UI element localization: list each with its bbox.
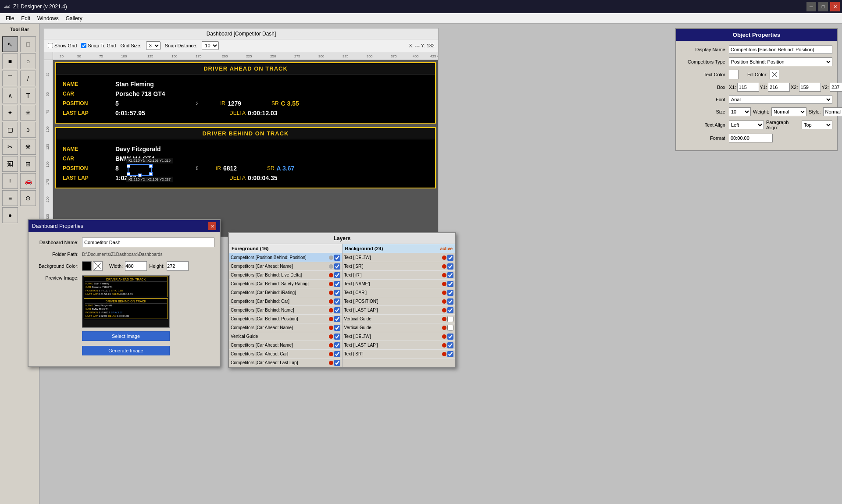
tool-image-single[interactable]: 🖼 [2,156,18,172]
tool-list[interactable]: ≡ [2,190,18,206]
style-select[interactable]: NormalItalic [823,107,842,116]
generate-image-button[interactable]: Generate Image [82,346,170,355]
snap-to-grid-label[interactable]: Snap To Grid [81,43,116,48]
layer-item-fg-9[interactable]: Vertical Guide [229,332,342,341]
layer-item-fg-6[interactable]: Competitors [Car Behind: Name] [229,306,342,315]
tool-dot[interactable]: ● [2,207,18,223]
layer-item-fg-8[interactable]: Competitors [Car Ahead: Name] [229,323,342,332]
layer-item-bg-0[interactable]: Text ['DELTA'] [343,253,456,262]
layer-item-bg-7[interactable]: Vertical Guide [343,315,456,323]
fg-check-8[interactable] [334,325,340,331]
layer-item-bg-3[interactable]: Text ['NAME'] [343,280,456,288]
bg-check-4[interactable] [447,290,453,296]
fg-check-9[interactable] [334,334,340,340]
tool-sunburst[interactable]: ✳ [20,105,36,121]
tool-rect-outline[interactable]: □ [20,36,36,52]
fg-check-4[interactable] [334,290,340,296]
layer-item-bg-8[interactable]: Vertical Guide [343,323,456,332]
tool-text[interactable]: T [20,88,36,103]
fg-check-11[interactable] [334,351,340,357]
tool-image-multi[interactable]: ⊞ [20,156,36,172]
tool-line[interactable]: / [20,71,36,86]
layer-item-bg-6[interactable]: Text ['LAST LAP'] [343,306,456,315]
bg-check-10[interactable] [447,342,453,348]
format-input[interactable] [729,134,773,142]
fg-check-3[interactable] [334,281,340,287]
weight-select[interactable]: NormalBold [771,107,806,116]
fg-check-5[interactable] [334,298,340,305]
fg-check-7[interactable] [334,316,340,322]
layer-item-bg-5[interactable]: Text ['POSITION'] [343,297,456,306]
tool-rounded-rect[interactable]: ▢ [2,122,18,138]
layer-item-bg-10[interactable]: Text ['LAST LAP'] [343,341,456,350]
tool-clock[interactable]: ⊙ [20,190,36,206]
grid-size-select[interactable]: 12345 [146,41,161,50]
layer-item-fg-10[interactable]: Competitors [Car Ahead: Name] [229,341,342,350]
x2-input[interactable] [799,83,821,92]
bg-check-6[interactable] [447,307,453,313]
dialog-close-button[interactable]: ✕ [208,222,216,230]
para-align-select[interactable]: TopMiddleBottom [802,121,832,129]
fg-check-12[interactable] [334,360,340,366]
fg-check-0[interactable] [334,255,340,261]
select-image-button[interactable]: Select Image [82,331,170,341]
fg-check-1[interactable] [334,263,340,270]
tool-star[interactable]: ✦ [2,105,18,121]
tool-ellipse[interactable]: ○ [20,53,36,69]
tool-arc[interactable]: ⌒ [2,71,18,86]
menu-windows[interactable]: Windows [34,14,62,22]
dash-name-input[interactable] [82,238,214,247]
show-grid-checkbox[interactable] [48,43,53,48]
tool-car[interactable]: 🚗 [20,173,36,189]
tool-blobs[interactable]: ❋ [20,139,36,155]
tool-polyline[interactable]: ∧ [2,88,18,103]
fg-check-2[interactable] [334,272,340,278]
minimize-button[interactable]: ─ [806,2,816,11]
bg-check-7[interactable] [447,316,453,322]
font-select[interactable]: Arial Verdana Times New Roman [729,95,832,104]
layer-item-bg-9[interactable]: Text ['DELTA'] [343,332,456,341]
bg-check-1[interactable] [447,263,453,270]
competitors-type-select[interactable]: Position Behind: Position Position Ahead… [729,57,832,66]
layer-item-bg-1[interactable]: Text ['SR'] [343,262,456,271]
maximize-button[interactable]: □ [818,2,828,11]
layer-item-fg-5[interactable]: Competitors [Car Behind: Car] [229,297,342,306]
bg-check-9[interactable] [447,334,453,340]
bg-check-5[interactable] [447,298,453,305]
bg-check-3[interactable] [447,281,453,287]
height-input[interactable] [167,261,189,271]
fg-check-10[interactable] [334,342,340,348]
layer-item-fg-1[interactable]: Competitors [Car Ahead: Name] [229,262,342,271]
layer-item-fg-12[interactable]: Competitors [Car Ahead: Last Lap] [229,358,342,367]
show-grid-label[interactable]: Show Grid [48,43,77,48]
bg-check-11[interactable] [447,351,453,357]
y1-input[interactable] [768,83,790,92]
tool-spiral[interactable]: ↄ [20,122,36,138]
bg-check-2[interactable] [447,272,453,278]
tool-rect-fill[interactable]: ■ [2,53,18,69]
bg-color-x-swatch[interactable] [93,261,103,271]
layer-item-fg-4[interactable]: Competitors [Car Behind: iRating] [229,288,342,297]
layer-item-bg-2[interactable]: Text ['iR'] [343,271,456,280]
tool-exclaim[interactable]: ! [2,173,18,189]
bg-color-swatch[interactable] [82,261,92,271]
close-button[interactable]: ✕ [830,2,840,11]
text-color-swatch[interactable] [729,70,739,79]
layer-item-fg-3[interactable]: Competitors [Car Behind: Safety Rating] [229,280,342,288]
y2-input[interactable] [830,83,842,92]
text-align-select[interactable]: LeftCenterRight [729,121,764,129]
size-select[interactable]: 891011121416 [729,107,751,116]
bg-check-0[interactable] [447,255,453,261]
menu-edit[interactable]: Edit [18,14,34,22]
fill-color-swatch[interactable] [770,70,779,79]
x1-input[interactable] [737,83,759,92]
width-input[interactable] [125,261,147,271]
menu-file[interactable]: File [2,14,18,22]
layer-item-bg-11[interactable]: Text ['SR'] [343,350,456,358]
menu-gallery[interactable]: Gallery [62,14,86,22]
layer-item-fg-7[interactable]: Competitors [Car Behind: Position] [229,315,342,323]
display-name-input[interactable] [729,45,832,54]
tool-scissors[interactable]: ✂ [2,139,18,155]
tool-arrow[interactable]: ↖ [2,36,18,52]
layer-item-bg-4[interactable]: Text ['CAR'] [343,288,456,297]
